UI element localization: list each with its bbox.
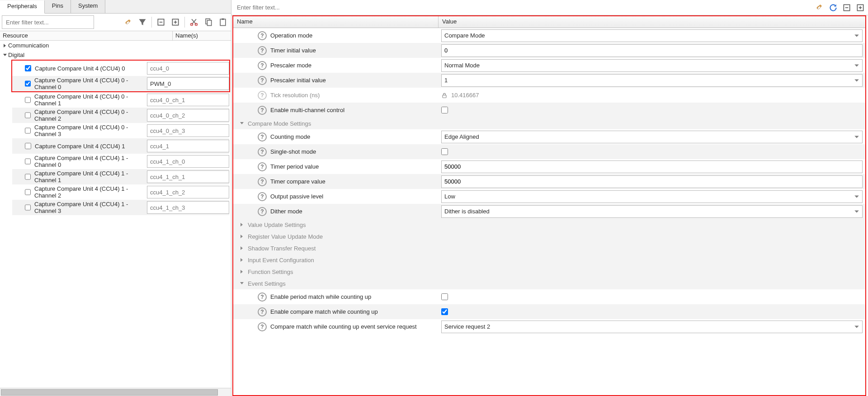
help-icon[interactable]: ?	[258, 162, 267, 171]
section-input_event[interactable]: Input Event Configuration	[233, 254, 865, 266]
expand-all-icon[interactable]	[169, 16, 182, 28]
prop-text-input[interactable]	[441, 175, 863, 188]
chevron-right-icon[interactable]	[2, 43, 8, 48]
refresh-icon[interactable]	[827, 2, 839, 14]
help-icon[interactable]: ?	[258, 132, 267, 141]
prop-select[interactable]: Low	[441, 190, 863, 203]
resource-row[interactable]: Capture Compare Unit 4 (CCU4) 0	[12, 61, 229, 76]
resource-checkbox[interactable]	[25, 158, 31, 165]
resource-name-input[interactable]	[147, 109, 229, 122]
resource-checkbox[interactable]	[25, 174, 31, 180]
help-icon[interactable]: ?	[258, 91, 267, 100]
resource-row[interactable]: Capture Compare Unit 4 (CCU4) 0 - Channe…	[12, 123, 229, 138]
chevron-down-icon[interactable]	[239, 121, 245, 126]
help-icon[interactable]: ?	[258, 192, 267, 201]
resource-row[interactable]: Capture Compare Unit 4 (CCU4) 1 - Channe…	[12, 200, 229, 215]
help-icon[interactable]: ?	[258, 46, 267, 55]
help-icon[interactable]: ?	[258, 76, 267, 85]
chevron-right-icon[interactable]	[239, 258, 245, 262]
section-value_update[interactable]: Value Update Settings	[233, 219, 865, 231]
chevron-right-icon[interactable]	[239, 222, 245, 227]
prop-select[interactable]: Normal Mode	[441, 59, 863, 72]
resource-row[interactable]: Capture Compare Unit 4 (CCU4) 1	[12, 138, 229, 154]
prop-select[interactable]: Service request 2	[441, 321, 863, 333]
chevron-down-icon[interactable]	[2, 53, 8, 57]
resource-name-input[interactable]	[147, 77, 229, 90]
tab-peripherals[interactable]: Peripherals	[0, 0, 45, 14]
copy-icon[interactable]	[202, 16, 215, 28]
collapse-all-icon[interactable]	[841, 2, 853, 14]
resource-checkbox[interactable]	[25, 97, 31, 103]
cut-icon[interactable]	[188, 16, 200, 28]
resource-row[interactable]: Capture Compare Unit 4 (CCU4) 0 - Channe…	[12, 108, 229, 123]
collapse-all-icon[interactable]	[155, 16, 167, 28]
chevron-right-icon[interactable]	[239, 246, 245, 250]
filter-input[interactable]	[2, 15, 94, 29]
prop-checkbox[interactable]	[441, 148, 448, 155]
help-icon[interactable]: ?	[258, 207, 267, 216]
col-name[interactable]: Name	[233, 16, 439, 28]
filter-icon[interactable]	[136, 16, 149, 28]
prop-select[interactable]: Compare Mode	[441, 29, 863, 42]
resource-row[interactable]: Capture Compare Unit 4 (CCU4) 1 - Channe…	[12, 184, 229, 200]
category-communication[interactable]: Communication	[0, 41, 231, 50]
resource-name-input[interactable]	[147, 140, 229, 152]
help-icon[interactable]: ?	[258, 31, 267, 40]
expand-all-icon[interactable]	[854, 2, 866, 14]
prop-text-input[interactable]	[441, 44, 863, 57]
help-icon[interactable]: ?	[258, 147, 267, 156]
resource-name-input[interactable]	[147, 155, 229, 168]
resource-checkbox[interactable]	[25, 112, 31, 118]
prop-select[interactable]: Edge Aligned	[441, 131, 863, 143]
section-event[interactable]: Event Settings	[233, 278, 865, 289]
resource-label: Capture Compare Unit 4 (CCU4) 0 - Channe…	[34, 93, 145, 107]
scrollbar-thumb[interactable]	[1, 389, 218, 396]
chevron-right-icon[interactable]	[239, 234, 245, 239]
prop-select[interactable]: Dither is disabled	[441, 205, 863, 218]
section-register_mode[interactable]: Register Value Update Mode	[233, 231, 865, 242]
resource-checkbox[interactable]	[25, 65, 31, 71]
resource-row[interactable]: Capture Compare Unit 4 (CCU4) 0 - Channe…	[12, 92, 229, 108]
resource-name-input[interactable]	[147, 201, 229, 214]
chevron-right-icon[interactable]	[239, 269, 245, 274]
section-function[interactable]: Function Settings	[233, 266, 865, 278]
resource-checkbox[interactable]	[25, 127, 31, 134]
tab-pins[interactable]: Pins	[45, 0, 71, 13]
resource-row[interactable]: Capture Compare Unit 4 (CCU4) 1 - Channe…	[12, 154, 229, 169]
prop-checkbox[interactable]	[441, 107, 448, 113]
help-icon[interactable]: ?	[258, 292, 267, 302]
resource-name-input[interactable]	[147, 186, 229, 198]
resource-name-input[interactable]	[147, 62, 229, 75]
resource-name-input[interactable]	[147, 94, 229, 106]
tab-system[interactable]: System	[71, 0, 105, 13]
col-value[interactable]: Value	[439, 16, 865, 28]
resource-checkbox[interactable]	[25, 80, 31, 87]
resource-name-input[interactable]	[147, 124, 229, 137]
horizontal-scrollbar[interactable]	[0, 388, 231, 396]
property-filter-input[interactable]	[233, 1, 826, 14]
chevron-down-icon[interactable]	[239, 281, 245, 286]
section-compare_mode[interactable]: Compare Mode Settings	[233, 118, 865, 129]
prop-text-input[interactable]	[441, 160, 863, 173]
resource-checkbox[interactable]	[25, 143, 31, 149]
help-icon[interactable]: ?	[258, 177, 267, 186]
resource-row[interactable]: Capture Compare Unit 4 (CCU4) 1 - Channe…	[12, 169, 229, 184]
help-icon[interactable]: ?	[258, 61, 267, 70]
col-resource[interactable]: Resource	[0, 31, 173, 40]
help-icon[interactable]: ?	[258, 106, 267, 115]
prop-select[interactable]: 1	[441, 74, 863, 87]
resource-checkbox[interactable]	[25, 204, 31, 211]
section-shadow[interactable]: Shadow Transfer Request	[233, 242, 865, 254]
resource-name-input[interactable]	[147, 170, 229, 183]
help-icon[interactable]: ?	[258, 322, 267, 331]
prop-checkbox[interactable]	[441, 293, 448, 300]
category-digital[interactable]: Digital	[0, 50, 231, 60]
eraser-icon[interactable]	[124, 19, 132, 26]
resource-checkbox[interactable]	[25, 189, 31, 195]
resource-row[interactable]: Capture Compare Unit 4 (CCU4) 0 - Channe…	[12, 76, 229, 91]
prop-checkbox[interactable]	[441, 308, 448, 315]
paste-icon[interactable]	[217, 16, 229, 28]
eraser-icon[interactable]	[816, 4, 823, 11]
col-names[interactable]: Name(s)	[173, 31, 231, 40]
help-icon[interactable]: ?	[258, 307, 267, 316]
